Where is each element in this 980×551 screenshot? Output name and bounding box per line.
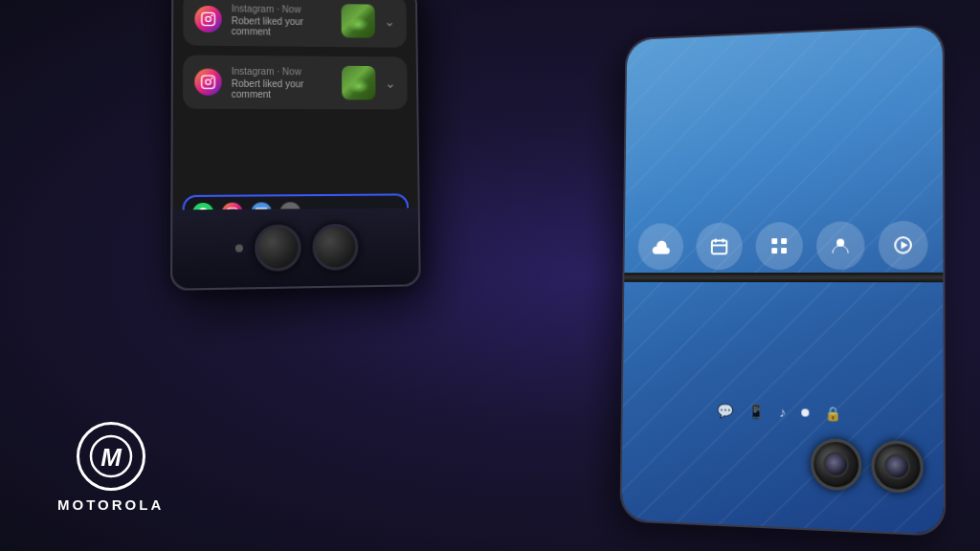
calendar-icon [710, 237, 728, 256]
person-icon-btn[interactable] [816, 221, 865, 270]
phone-hinge [624, 273, 943, 282]
calendar-icon-btn[interactable] [696, 223, 743, 271]
instagram-logo-1 [201, 11, 216, 27]
svg-rect-8 [771, 248, 777, 253]
svg-rect-16 [202, 76, 215, 88]
notification-text-1: Instagram · Now Robert liked your commen… [232, 2, 332, 37]
front-camera-bump [172, 208, 419, 288]
notif-chevron-2[interactable]: ⌄ [385, 76, 396, 91]
cloud-icon [651, 239, 671, 254]
notification-card-1: Instagram · Now Robert liked your commen… [183, 0, 407, 48]
lock-icon[interactable]: 🔒 [825, 406, 841, 422]
motorola-brand-label: MOTOROLA [57, 496, 164, 513]
play-icon-btn[interactable] [879, 221, 928, 270]
notif-app-name-2: Instagram · Now [232, 65, 333, 77]
back-phone-app-icons [638, 221, 928, 271]
notif-thumbnail-2 [342, 66, 376, 100]
back-phone-screen: 💬 📱 ♪ 🔒 [621, 26, 944, 534]
camera-dot [235, 244, 243, 252]
play-icon [893, 235, 913, 255]
instagram-logo-2 [200, 75, 215, 90]
instagram-icon-2 [194, 69, 221, 96]
svg-marker-12 [902, 241, 908, 249]
notif-app-name-1: Instagram · Now [232, 2, 332, 14]
notif-thumbnail-1 [342, 4, 375, 38]
motorola-logo: M MOTOROLA [57, 422, 164, 513]
cloud-icon-btn[interactable] [638, 223, 684, 270]
back-bottom-apps: 💬 📱 ♪ 🔒 [717, 403, 841, 421]
notification-text-2: Instagram · Now Robert liked your commen… [232, 65, 333, 99]
svg-point-17 [206, 79, 211, 84]
notif-time-2: · Now [277, 66, 301, 77]
tiktok-icon[interactable]: ♪ [779, 405, 786, 420]
notif-message-2: Robert liked your comment [232, 78, 333, 99]
front-cam-left [255, 224, 301, 271]
back-camera-right [872, 440, 924, 494]
whatsapp-icon[interactable]: 📱 [748, 404, 765, 420]
svg-rect-13 [202, 12, 214, 25]
notification-card-2: Instagram · Now Robert liked your commen… [183, 55, 408, 109]
motorola-m-icon: M [89, 434, 133, 478]
grid-icon-btn[interactable] [755, 222, 803, 270]
svg-rect-9 [781, 248, 787, 253]
svg-point-18 [211, 77, 212, 79]
svg-point-14 [206, 16, 211, 21]
grid-icon [769, 236, 789, 255]
person-icon [831, 236, 850, 255]
back-camera-left [811, 438, 861, 491]
svg-point-15 [211, 14, 212, 16]
message-icon[interactable]: 💬 [717, 403, 733, 418]
motorola-circle: M [77, 422, 145, 491]
notif-thumb-image-2 [342, 66, 376, 100]
svg-text:M: M [100, 443, 122, 472]
screen-dot [801, 408, 809, 416]
notif-message-1: Robert liked your comment [232, 15, 332, 37]
svg-rect-7 [781, 238, 787, 244]
notif-time-1: · Now [277, 4, 301, 14]
notif-thumb-image-1 [342, 4, 375, 38]
notif-chevron-1[interactable]: ⌄ [384, 14, 395, 30]
svg-rect-6 [771, 238, 777, 244]
front-phone: Instagram · Now Robert liked your commen… [170, 0, 421, 291]
notif-app-2: Instagram [232, 66, 275, 77]
front-phone-screen: Instagram · Now Robert liked your commen… [172, 0, 419, 289]
back-cameras [811, 438, 924, 494]
back-phone: 💬 📱 ♪ 🔒 [619, 24, 946, 537]
svg-rect-2 [712, 240, 727, 253]
instagram-icon-1 [194, 6, 221, 33]
front-cam-right [312, 224, 358, 271]
notif-app-1: Instagram [232, 3, 274, 13]
